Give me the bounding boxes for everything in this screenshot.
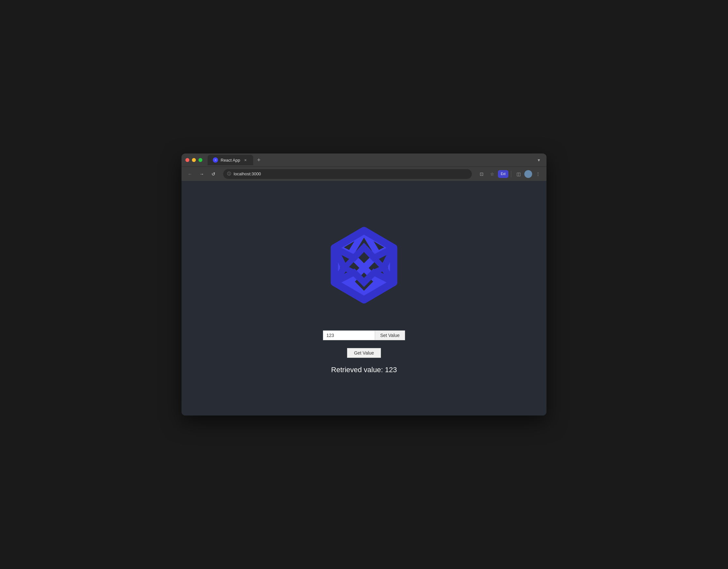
value-input[interactable] [323,330,375,340]
new-tab-button[interactable]: + [255,157,263,164]
controls: Set Value Get Value Retrieved value: 123 [323,330,405,374]
logo-container [318,222,410,315]
tab-title: React App [221,158,240,163]
screen-cast-button[interactable]: ⊡ [477,169,486,179]
forward-button[interactable]: → [197,169,206,179]
browser-window: ⚛ React App ✕ + ▾ ← → ↺ ⓘ localhost:3000… [182,153,546,416]
maximize-window-button[interactable] [198,158,202,162]
tab-close-button[interactable]: ✕ [243,157,248,163]
menu-button[interactable]: ⋮ [533,169,543,179]
get-value-button[interactable]: Get Value [347,348,381,358]
app-logo-icon [318,222,410,314]
set-value-button[interactable]: Set Value [375,330,405,340]
minimize-window-button[interactable] [192,158,196,162]
active-tab[interactable]: ⚛ React App ✕ [208,155,253,165]
retrieved-value-text: Retrieved value: 123 [331,366,397,374]
tab-favicon-icon: ⚛ [213,157,218,163]
reload-button[interactable]: ↺ [209,169,218,179]
nav-divider [511,171,511,177]
close-window-button[interactable] [185,158,189,162]
address-bar[interactable]: ⓘ localhost:3000 [223,169,472,179]
extensions-button[interactable]: Ext [498,170,508,178]
page-content: Set Value Get Value Retrieved value: 123 [182,181,546,416]
back-button[interactable]: ← [185,169,195,179]
nav-bar: ← → ↺ ⓘ localhost:3000 ⊡ ☆ Ext ◫ ⋮ [182,167,546,181]
title-bar: ⚛ React App ✕ + ▾ [182,153,546,167]
tab-dropdown-button[interactable]: ▾ [535,156,543,164]
tab-bar: ⚛ React App ✕ + [208,155,532,165]
address-text: localhost:3000 [234,171,261,176]
profile-button[interactable] [524,170,532,178]
nav-actions: ⊡ ☆ Ext ◫ ⋮ [477,169,543,179]
set-value-row: Set Value [323,330,405,340]
address-security-icon: ⓘ [227,171,231,177]
traffic-lights [185,158,202,162]
sidebar-button[interactable]: ◫ [514,169,523,179]
bookmark-button[interactable]: ☆ [488,169,497,179]
